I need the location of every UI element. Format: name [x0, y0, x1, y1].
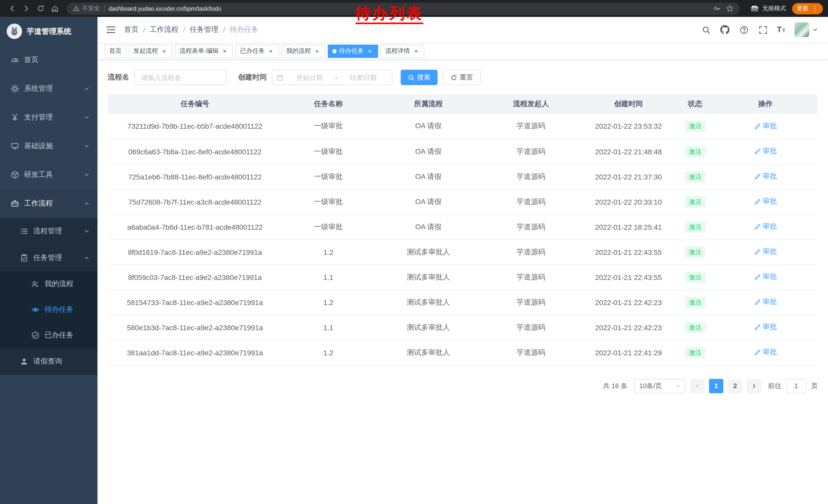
- tab[interactable]: 发起流程 ×: [129, 44, 172, 58]
- sidebar-item-workflow[interactable]: 工作流程: [0, 189, 97, 218]
- next-page-button[interactable]: [747, 379, 761, 393]
- app-logo[interactable]: 芋道管理系统: [0, 17, 97, 46]
- breadcrumb-item[interactable]: 任务管理 /: [190, 25, 230, 34]
- tab[interactable]: 待办任务 ×: [328, 44, 378, 58]
- browser-forward-icon[interactable]: [19, 2, 33, 15]
- cell-create-time: 2022-01-21 22:41:29: [580, 340, 677, 365]
- approve-button[interactable]: 审批: [754, 348, 777, 357]
- sidebar-item-devtools[interactable]: 研发工具: [0, 161, 97, 189]
- sidebar-item-infrastructure[interactable]: 基础设施: [0, 132, 97, 161]
- start-date-input[interactable]: [285, 74, 334, 81]
- approve-button[interactable]: 审批: [754, 122, 777, 131]
- date-range-picker[interactable]: -: [272, 70, 392, 85]
- process-name-input[interactable]: [134, 70, 227, 85]
- goto-unit-label: 页: [811, 381, 818, 391]
- search-button-label: 搜索: [417, 73, 430, 82]
- user-menu[interactable]: [794, 22, 818, 37]
- approve-button[interactable]: 审批: [754, 323, 777, 332]
- page-size-select[interactable]: 10条/页: [634, 379, 686, 393]
- tab-close-icon[interactable]: ×: [161, 47, 168, 55]
- status-badge: 激活: [685, 221, 705, 232]
- prev-page-button[interactable]: [690, 379, 704, 393]
- tab-label: 我的流程: [286, 47, 311, 55]
- monitor-icon: [10, 142, 19, 150]
- browser-reload-icon[interactable]: [34, 2, 47, 15]
- reset-button[interactable]: 重置: [443, 70, 481, 85]
- page-number-button[interactable]: 2: [728, 379, 742, 393]
- fullscreen-icon[interactable]: [758, 25, 768, 35]
- app-frame: 芋道管理系统 首页 系统管理: [0, 17, 828, 504]
- page-number-button[interactable]: 1: [709, 379, 723, 393]
- help-icon[interactable]: [739, 25, 749, 35]
- chevron-down-icon: [84, 144, 89, 149]
- approve-button[interactable]: 审批: [754, 247, 777, 257]
- chevron-up-icon: [84, 201, 89, 206]
- tab-label: 流程详情: [385, 47, 410, 55]
- sidebar-item-system[interactable]: 系统管理: [0, 74, 97, 103]
- password-key-icon[interactable]: [713, 5, 721, 12]
- tab-close-icon[interactable]: ×: [221, 47, 228, 55]
- sidebar-item-leave-query[interactable]: 请假查询: [0, 348, 97, 375]
- site-security-badge[interactable]: 不安全: [73, 5, 100, 12]
- cell-task-name: 1.2: [282, 340, 374, 365]
- github-icon[interactable]: [720, 25, 730, 35]
- sidebar-item-my-process[interactable]: 我的流程: [0, 271, 97, 297]
- breadcrumb-item[interactable]: 工作流程 /: [150, 25, 190, 34]
- sidebar-item-payment[interactable]: 支付管理: [0, 103, 97, 132]
- bookmark-star-icon[interactable]: [726, 5, 734, 12]
- tab[interactable]: 流程表单-编辑 ×: [175, 44, 233, 58]
- search-button[interactable]: 搜索: [401, 70, 438, 85]
- hamburger-icon[interactable]: [105, 24, 117, 36]
- search-icon[interactable]: [701, 25, 711, 35]
- tab[interactable]: 我的流程 ×: [282, 44, 325, 58]
- breadcrumb-item[interactable]: 首页 /: [124, 25, 150, 34]
- approve-button[interactable]: 审批: [754, 172, 777, 181]
- sidebar-item-task-management[interactable]: 任务管理: [0, 244, 97, 271]
- filter-bar: 流程名 创建时间 - 搜索 重置: [97, 60, 828, 85]
- sidebar-item-todo-task[interactable]: 待办任务: [0, 297, 97, 322]
- cell-process: 测试多审批人: [374, 340, 482, 365]
- goto-page-input[interactable]: [786, 379, 806, 393]
- tab-close-icon[interactable]: ×: [267, 47, 275, 55]
- table-row: a6aba0a4-7b6d-11ec-b781-acde48001122 一级审…: [108, 214, 818, 239]
- sidebar-item-process-management[interactable]: 流程管理: [0, 218, 97, 244]
- approve-button[interactable]: 审批: [754, 197, 777, 207]
- browser-back-icon[interactable]: [5, 2, 18, 15]
- approve-button[interactable]: 审批: [754, 222, 777, 231]
- tab[interactable]: 首页 ×: [105, 44, 126, 58]
- cell-action: 审批: [713, 239, 818, 265]
- address-bar[interactable]: 不安全 dashboard.yudao.iocoder.cn/bpm/task/…: [67, 2, 740, 15]
- cell-process: 测试多审批人: [374, 265, 482, 290]
- page-size-value: 10条/页: [639, 381, 662, 391]
- tab-close-icon[interactable]: ×: [314, 47, 321, 55]
- sidebar-item-done-task[interactable]: 已办任务: [0, 322, 97, 348]
- cell-status: 激活: [677, 315, 713, 340]
- tab-close-icon[interactable]: ×: [366, 47, 373, 55]
- browser-update-button[interactable]: 更新 ⋮: [792, 3, 823, 14]
- approve-button-label: 审批: [762, 273, 777, 282]
- tab-label: 已办任务: [240, 47, 265, 55]
- cell-task-name: 一级审批: [282, 114, 374, 139]
- font-size-icon[interactable]: TT: [777, 25, 785, 34]
- breadcrumb-item: 待办任务: [230, 25, 267, 34]
- approve-button[interactable]: 审批: [754, 147, 777, 156]
- dashboard-icon: [10, 56, 19, 64]
- cell-process: 测试多审批人: [374, 239, 482, 265]
- cell-status: 激活: [677, 139, 713, 164]
- cell-starter: 芋道源码: [482, 315, 580, 340]
- approve-button[interactable]: 审批: [754, 273, 777, 282]
- approve-button[interactable]: 审批: [754, 297, 777, 307]
- menu-label: 首页: [24, 55, 38, 64]
- cell-action: 审批: [713, 114, 818, 139]
- tab[interactable]: 流程详情 ×: [381, 44, 424, 58]
- avatar[interactable]: [794, 22, 810, 37]
- end-date-input[interactable]: [338, 74, 388, 81]
- table-row: 069c6a63-7b8a-11ec-8ef0-acde48001122 一级审…: [108, 139, 818, 164]
- browser-home-icon[interactable]: [48, 2, 61, 15]
- browser-menu-dots-icon[interactable]: ⋮: [812, 5, 818, 12]
- cell-task-id: 381aa1dd-7ac8-11ec-a9e2-a2380e71991a: [108, 340, 282, 365]
- tab[interactable]: 已办任务 ×: [236, 44, 279, 58]
- tab-close-icon[interactable]: ×: [412, 47, 420, 55]
- sidebar-item-home[interactable]: 首页: [0, 46, 97, 74]
- incognito-icon: [750, 5, 759, 12]
